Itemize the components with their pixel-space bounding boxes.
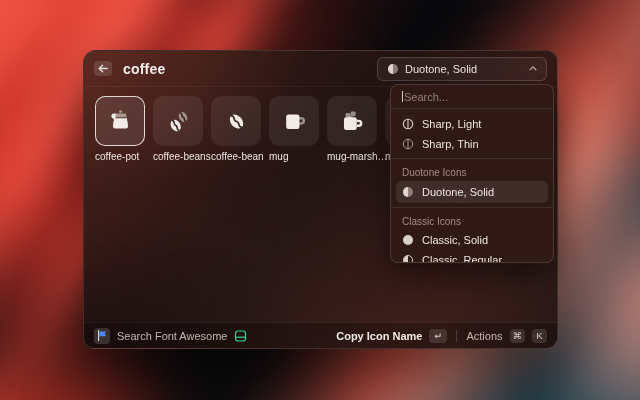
header: coffee Duotone, Solid (84, 51, 557, 87)
text-caret (402, 91, 403, 102)
icon-results-grid: coffee-pot coffee-beans coffee-bean (95, 96, 435, 162)
arrow-left-icon (98, 64, 108, 73)
icon-tile[interactable] (269, 96, 319, 146)
dropdown-item-classic-solid[interactable]: Classic, Solid (396, 230, 548, 250)
coffee-beans-icon (165, 108, 192, 135)
divider (391, 158, 553, 159)
copy-icon-name-action[interactable]: Copy Icon Name (336, 330, 422, 342)
circle-split-light-icon (402, 118, 414, 130)
icon-label: coffee-bean (211, 151, 261, 162)
icon-label: coffee-beans (153, 151, 203, 162)
dropdown-list: Sharp, Light Sharp, Thin Duotone Icons D… (391, 109, 553, 263)
desktop: coffee Duotone, Solid (0, 0, 640, 400)
search-query-input[interactable]: coffee (123, 61, 165, 77)
launcher-window: coffee Duotone, Solid (83, 50, 558, 349)
footer-bar: Search Font Awesome Copy Icon Name ↵ Act… (84, 322, 557, 348)
flag-glyph (97, 330, 107, 341)
circle-half-outline-icon (402, 254, 414, 263)
mug-icon (281, 108, 308, 135)
icon-result-coffee-pot: coffee-pot (95, 96, 145, 162)
enter-keycap: ↵ (429, 329, 447, 343)
circle-split-thin-icon (402, 138, 414, 150)
dropdown-section-classic: Classic Icons (396, 212, 548, 230)
dropdown-search-input[interactable]: Search... (391, 85, 553, 109)
dropdown-item-classic-regular[interactable]: Classic, Regular (396, 250, 548, 263)
dropdown-item-sharp-thin[interactable]: Sharp, Thin (396, 134, 548, 154)
divider (456, 330, 457, 342)
icon-label: coffee-pot (95, 151, 145, 162)
icon-label: mug-marsh… (327, 151, 377, 162)
coffee-pot-icon (107, 108, 134, 135)
cmd-keycap: ⌘ (510, 329, 526, 343)
icon-tile[interactable] (211, 96, 261, 146)
dropdown-search-placeholder: Search... (404, 91, 448, 103)
icon-tile[interactable] (153, 96, 203, 146)
icon-result-mug: mug (269, 96, 319, 162)
coffee-bean-icon (223, 108, 250, 135)
duotone-circle-icon (387, 63, 399, 75)
dropdown-item-duotone-solid[interactable]: Duotone, Solid (396, 181, 548, 203)
app-name: Search Font Awesome (117, 330, 227, 342)
icon-result-mug-marshmallows: mug-marsh… (327, 96, 377, 162)
back-button[interactable] (94, 61, 112, 76)
chevron-up-icon (529, 66, 537, 71)
style-dropdown-label: Duotone, Solid (405, 63, 523, 75)
circle-solid-icon (402, 234, 414, 246)
actions-button[interactable]: Actions (466, 330, 502, 342)
style-dropdown-menu: Search... Sharp, Light Sharp, Thin Duoto… (390, 84, 554, 263)
icon-label: mug (269, 151, 319, 162)
icon-tile-selected[interactable] (95, 96, 145, 146)
green-pager-icon (234, 329, 247, 343)
icon-result-coffee-bean: coffee-bean (211, 96, 261, 162)
icon-result-coffee-beans: coffee-beans (153, 96, 203, 162)
circle-half-duotone-icon (402, 186, 414, 198)
dropdown-item-sharp-light[interactable]: Sharp, Light (396, 114, 548, 134)
icon-tile[interactable] (327, 96, 377, 146)
divider (391, 207, 553, 208)
k-keycap: K (532, 329, 547, 343)
mug-marshmallows-icon (339, 108, 366, 135)
dropdown-section-duotone: Duotone Icons (396, 163, 548, 181)
font-awesome-logo-icon (94, 328, 110, 344)
style-dropdown-button[interactable]: Duotone, Solid (377, 57, 547, 81)
